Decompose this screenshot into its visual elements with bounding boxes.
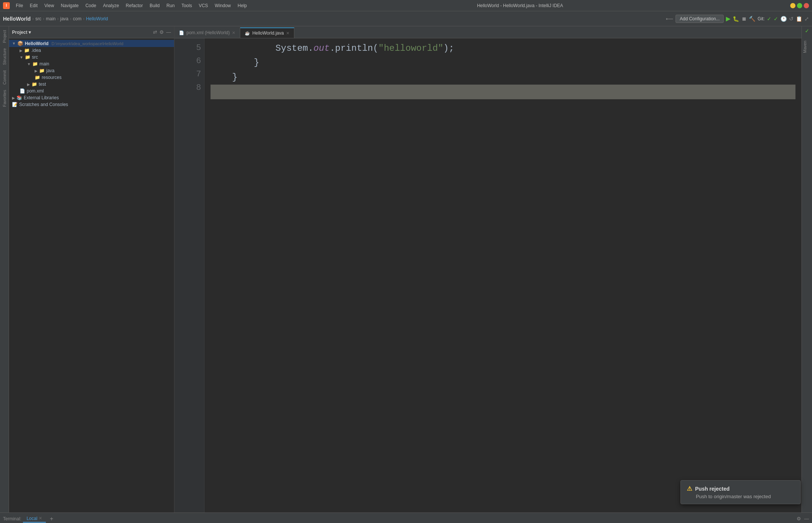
folder-icon-resources: 📁 [35, 75, 40, 80]
activity-project[interactable]: Project [2, 28, 8, 45]
notification-body: Push to origin/master was rejected [687, 494, 794, 499]
tree-item-idea[interactable]: ▶ 📁 .idea [9, 47, 174, 54]
tree-item-test[interactable]: ▶ 📁 test [9, 81, 174, 88]
minimize-button[interactable] [790, 3, 795, 8]
breadcrumb-main[interactable]: main [46, 16, 56, 21]
tree-item-helloworld-root[interactable]: ▼ 📦 HelloWorld D:\mywork\idea_workspace\… [9, 40, 174, 47]
breadcrumb-com[interactable]: com [73, 16, 82, 21]
menu-window[interactable]: Window [212, 2, 234, 9]
menu-help[interactable]: Help [235, 2, 250, 9]
git-push-icon[interactable]: ✓ [774, 16, 778, 22]
terminal-tab-local[interactable]: Local ✕ [23, 515, 46, 523]
menu-edit[interactable]: Edit [27, 2, 41, 9]
menu-navigate[interactable]: Navigate [58, 2, 82, 9]
expand-arrow-idea: ▶ [20, 49, 23, 53]
expand-icon[interactable]: ⤢ [804, 16, 809, 22]
window-title: HelloWorld - HelloWorld.java - IntelliJ … [477, 3, 563, 8]
menu-vcs[interactable]: VCS [196, 2, 211, 9]
terminal-label: Terminal: [3, 516, 21, 521]
notification-header: ⚠ Push rejected [687, 485, 794, 492]
title-bar: I File Edit View Navigate Code Analyze R… [0, 0, 812, 11]
tree-label-main: main [39, 61, 49, 67]
tree-item-java[interactable]: ▶ 📁 java [9, 67, 174, 74]
maximize-button[interactable] [797, 3, 802, 8]
tree-item-main[interactable]: ▼ 📁 main [9, 61, 174, 67]
tree-item-pom[interactable]: 📄 pom.xml [9, 88, 174, 94]
git-label: Git: [757, 16, 765, 21]
folder-icon-main: 📁 [32, 61, 38, 67]
stop-icon[interactable]: ⏹ [741, 16, 747, 22]
git-check-icon[interactable]: ✓ [767, 16, 771, 22]
menu-view[interactable]: View [41, 2, 57, 9]
run-icon[interactable]: ▶ [726, 15, 730, 22]
menu-file[interactable]: File [13, 2, 26, 9]
activity-favorites[interactable]: Favorites [2, 88, 8, 109]
folder-icon-test: 📁 [32, 82, 37, 87]
warning-icon: ⚠ [687, 485, 692, 492]
expand-arrow-src: ▼ [20, 55, 23, 59]
main-layout: Project Structure Commit Favorites Proje… [0, 26, 812, 512]
breadcrumb-src[interactable]: src [35, 16, 41, 21]
tab-helloworld-java[interactable]: ☕ HelloWorld.java ✕ [240, 27, 294, 38]
close-button[interactable] [804, 3, 809, 8]
menu-refactor[interactable]: Refactor [123, 2, 146, 9]
activity-commit[interactable]: Commit [2, 68, 8, 87]
add-terminal-tab[interactable]: + [47, 515, 55, 522]
file-tree: ▼ 📦 HelloWorld D:\mywork\idea_workspace\… [9, 38, 174, 512]
activity-structure[interactable]: Structure [2, 46, 8, 67]
git-history-icon[interactable]: 🕐 [780, 16, 787, 22]
code-line-5: System.out.println("helloworld"); [211, 41, 795, 56]
sync-icon[interactable]: ⇄ [153, 29, 157, 35]
terminal-close-icon[interactable]: — [804, 516, 809, 521]
line-num-5: 5 [177, 41, 201, 55]
scratches-icon: 📝 [12, 102, 18, 107]
menu-tools[interactable]: Tools [179, 2, 195, 9]
tree-item-resources[interactable]: 📁 resources [9, 74, 174, 81]
tree-item-src[interactable]: ▼ 📁 src [9, 54, 174, 61]
terminal-settings-icon[interactable]: ⚙ [797, 516, 801, 521]
git-rollback-icon[interactable]: ↺ [789, 16, 794, 22]
menu-analyze[interactable]: Analyze [100, 2, 122, 9]
code-line-8 [211, 85, 795, 99]
breadcrumb-helloworld[interactable]: HelloWorld [86, 16, 108, 21]
code-editor[interactable]: 5 6 7 8 System.out.println("helloworld")… [174, 38, 801, 512]
code-close-paren: ); [443, 43, 454, 53]
notification-popup: ⚠ Push rejected Push to origin/master wa… [680, 480, 801, 504]
gear-icon[interactable]: ⚙ [159, 29, 164, 35]
code-line-6: } [211, 56, 795, 70]
toolbar-back-icon[interactable]: ⟵ [666, 16, 673, 22]
close-helloworld-tab[interactable]: ✕ [286, 31, 289, 36]
close-local-tab[interactable]: ✕ [39, 516, 42, 521]
toolbar-right: ⟵ Add Configuration... ▶ 🐛 ⏹ 🔨 Git: ✓ ✓ … [666, 15, 809, 23]
folder-icon-idea: 📁 [24, 48, 30, 53]
breadcrumb-java[interactable]: java [60, 16, 68, 21]
expand-arrow: ▼ [12, 41, 16, 45]
code-content[interactable]: System.out.println("helloworld"); } } [205, 38, 801, 512]
debug-icon[interactable]: 🐛 [733, 16, 739, 22]
maven-label[interactable]: Maven [802, 38, 808, 55]
tab-helloworld-label: HelloWorld.java [252, 30, 284, 36]
expand-arrow-main: ▼ [27, 62, 31, 66]
panel-close-icon[interactable]: — [166, 29, 171, 35]
vcs-icon[interactable]: 📋 [796, 16, 802, 22]
tree-label-resources: resources [42, 75, 62, 80]
close-pom-tab[interactable]: ✕ [232, 30, 235, 35]
add-configuration-button[interactable]: Add Configuration... [676, 15, 724, 23]
line-numbers: 5 6 7 8 [174, 38, 205, 512]
code-out: out [314, 43, 330, 53]
code-println: .println( [330, 43, 379, 53]
menu-code[interactable]: Code [82, 2, 99, 9]
tabs-bar: 📄 pom.xml (HelloWorld) ✕ ☕ HelloWorld.ja… [174, 26, 801, 38]
local-tab-label: Local [27, 516, 38, 521]
code-brace-6: } [211, 58, 259, 68]
tab-pom-xml[interactable]: 📄 pom.xml (HelloWorld) ✕ [174, 27, 240, 38]
menu-run[interactable]: Run [164, 2, 178, 9]
libraries-icon: 📚 [17, 95, 22, 100]
tree-item-scratches[interactable]: 📝 Scratches and Consoles [9, 101, 174, 108]
project-name-label: HelloWorld [3, 16, 31, 22]
main-toolbar: HelloWorld › src › main › java › com › H… [0, 11, 812, 26]
tree-item-ext-libraries[interactable]: ▶ 📚 External Libraries [9, 94, 174, 101]
build-icon[interactable]: 🔨 [749, 16, 755, 22]
menu-build[interactable]: Build [147, 2, 163, 9]
expand-arrow-ext: ▶ [12, 96, 15, 100]
